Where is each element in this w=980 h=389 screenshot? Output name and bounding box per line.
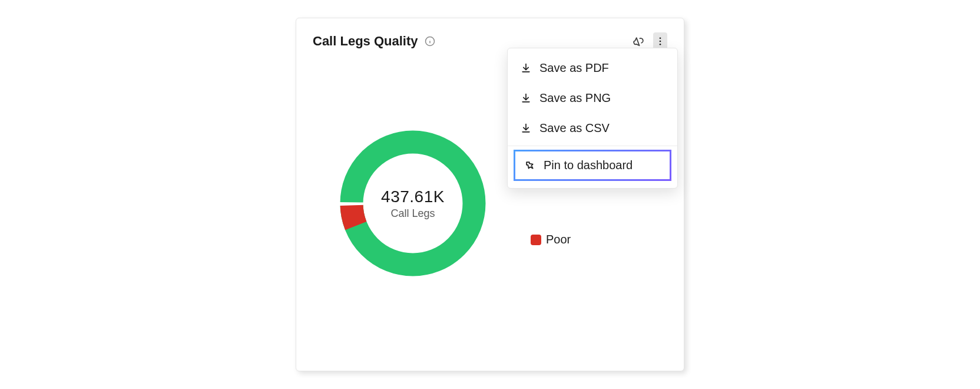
menu-item-save-csv[interactable]: Save as CSV: [508, 113, 677, 143]
menu-item-save-png[interactable]: Save as PNG: [508, 83, 677, 113]
download-icon: [519, 122, 532, 135]
svg-point-3: [660, 37, 661, 39]
legend: Poor: [531, 233, 571, 246]
menu-item-label: Save as PDF: [539, 61, 609, 75]
megaphone-icon[interactable]: [632, 34, 646, 48]
menu-item-label: Save as PNG: [539, 91, 611, 105]
donut-center-label: Call Legs: [390, 207, 435, 220]
download-icon: [519, 92, 532, 105]
legend-label-poor: Poor: [546, 233, 571, 246]
menu-item-label: Save as CSV: [539, 121, 610, 135]
menu-item-save-pdf[interactable]: Save as PDF: [508, 53, 677, 83]
donut-center: 437.61K Call Legs: [336, 127, 489, 280]
more-options-menu: Save as PDF Save as PNG Save as CSV: [507, 48, 678, 189]
menu-item-pin-dashboard[interactable]: Pin to dashboard: [514, 150, 671, 181]
svg-point-2: [429, 39, 430, 39]
menu-item-label: Pin to dashboard: [544, 159, 633, 172]
widget-card: Call Legs Quality: [296, 18, 684, 371]
donut-chart: 437.61K Call Legs: [336, 127, 489, 280]
donut-center-value: 437.61K: [381, 187, 445, 206]
menu-divider: [508, 146, 677, 146]
svg-point-5: [660, 44, 661, 45]
pin-icon: [524, 159, 537, 172]
legend-swatch-poor: [531, 235, 541, 245]
title-group: Call Legs Quality: [313, 34, 436, 49]
download-icon: [519, 62, 532, 75]
info-icon[interactable]: [424, 35, 436, 47]
card-title: Call Legs Quality: [313, 34, 418, 49]
svg-point-4: [660, 41, 661, 42]
